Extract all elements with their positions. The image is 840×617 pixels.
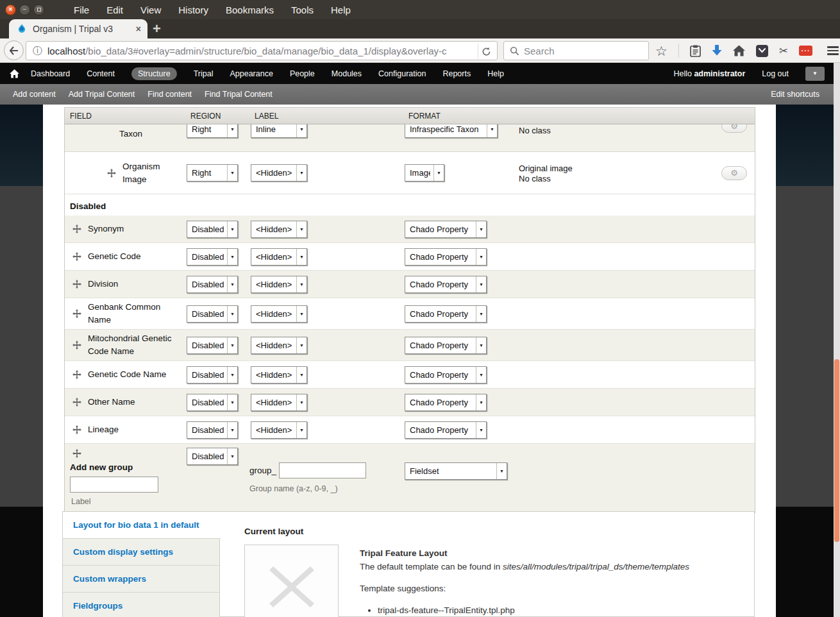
scrollbar-track[interactable] [834, 63, 840, 617]
format-select[interactable]: Image▼ [405, 164, 444, 182]
drag-handle-icon[interactable] [72, 252, 81, 261]
group-format-select[interactable]: Fieldset▼ [405, 462, 507, 480]
shortcut-find-content[interactable]: Find content [147, 90, 192, 99]
tab-fieldgroups[interactable]: Fieldgroups [63, 593, 219, 617]
tab-custom-wrappers[interactable]: Custom wrappers [63, 566, 219, 593]
browser-tab[interactable]: Organism | Tripal v3 × [9, 19, 147, 38]
drag-handle-icon[interactable] [72, 449, 185, 458]
admin-item-modules[interactable]: Modules [332, 69, 362, 78]
menu-help[interactable]: Help [331, 4, 351, 15]
drag-handle-icon[interactable] [72, 370, 81, 379]
new-tab-button[interactable]: + [153, 21, 161, 37]
region-select[interactable]: Disabled▼ [187, 421, 238, 439]
search-bar[interactable] [503, 41, 649, 60]
search-input[interactable] [524, 46, 633, 56]
window-maximize-button[interactable] [33, 4, 44, 15]
shortcut-find-tripal-content[interactable]: Find Tripal Content [205, 90, 273, 99]
window-close-button[interactable]: × [5, 4, 16, 15]
admin-item-reports[interactable]: Reports [442, 69, 471, 78]
window-minimize-button[interactable]: − [19, 4, 30, 15]
format-select[interactable]: Chado Property▼ [405, 221, 487, 238]
admin-item-help[interactable]: Help [487, 69, 504, 78]
drag-handle-icon[interactable] [72, 224, 81, 233]
label-select[interactable]: <Hidden>▼ [251, 221, 307, 238]
tab-close-icon[interactable]: × [136, 24, 141, 34]
back-button[interactable] [4, 40, 24, 60]
region-select[interactable]: Disabled▼ [187, 221, 238, 238]
drag-handle-icon[interactable] [72, 425, 81, 434]
drag-handle-icon[interactable] [72, 280, 81, 289]
label-select[interactable]: <Hidden>▼ [251, 421, 307, 439]
region-select[interactable]: Disabled▼ [187, 276, 238, 293]
admin-item-dashboard[interactable]: Dashboard [31, 69, 70, 78]
admin-item-tripal[interactable]: Tripal [194, 69, 214, 78]
home-icon[interactable] [733, 45, 745, 56]
admin-logout-link[interactable]: Log out [762, 69, 789, 78]
admin-item-content[interactable]: Content [87, 69, 115, 78]
field-label: Organism Image [122, 160, 183, 186]
group-label-input[interactable] [70, 477, 158, 493]
format-select[interactable]: Chado Property▼ [405, 337, 487, 354]
region-select[interactable]: Right▼ [187, 124, 238, 138]
field-label: Lineage [88, 423, 119, 436]
pocket-icon[interactable] [756, 45, 768, 57]
admin-item-appearance[interactable]: Appearance [230, 69, 273, 78]
browser-menu-icon[interactable] [827, 46, 839, 55]
scrollbar-thumb[interactable] [834, 359, 839, 542]
label-select[interactable]: <Hidden>▼ [251, 276, 307, 293]
field-label: Genetic Code Name [88, 368, 166, 381]
menu-file[interactable]: File [74, 4, 89, 15]
edit-shortcuts-link[interactable]: Edit shortcuts [771, 90, 819, 99]
shortcut-add-tripal-content[interactable]: Add Tripal Content [69, 90, 135, 99]
region-select[interactable]: Disabled▼ [187, 394, 238, 411]
bookmark-star-icon[interactable]: ☆ [655, 44, 668, 58]
drag-handle-icon[interactable] [72, 309, 81, 318]
format-select[interactable]: Infraspecific Taxon▼ [405, 124, 498, 138]
format-select[interactable]: Chado Property▼ [405, 305, 487, 323]
menu-view[interactable]: View [140, 4, 161, 15]
extension-badge-icon[interactable]: ··· [799, 46, 812, 56]
region-select[interactable]: Disabled▼ [187, 366, 238, 384]
format-select[interactable]: Chado Property▼ [405, 276, 487, 293]
downloads-icon[interactable] [712, 45, 722, 57]
drag-handle-icon[interactable] [72, 398, 81, 407]
format-select[interactable]: Chado Property▼ [405, 248, 487, 266]
menu-history[interactable]: History [178, 4, 208, 15]
menu-tools[interactable]: Tools [291, 4, 314, 15]
toolbar-toggle-button[interactable]: ▼ [805, 67, 825, 81]
screenshot-scissors-icon[interactable]: ✂ [779, 44, 788, 58]
format-select[interactable]: Chado Property▼ [405, 394, 487, 411]
label-select[interactable]: <Hidden>▼ [251, 248, 307, 266]
menu-edit[interactable]: Edit [106, 4, 123, 15]
url-bar[interactable]: ⓘ localhost/bio_data/3#overlay=admin/str… [26, 41, 498, 60]
admin-item-people[interactable]: People [290, 69, 315, 78]
region-select[interactable]: Disabled▼ [187, 337, 238, 354]
region-select[interactable]: Disabled▼ [187, 448, 238, 465]
group-name-input[interactable] [279, 462, 366, 478]
drag-handle-icon[interactable] [72, 341, 81, 350]
label-select[interactable]: <Hidden>▼ [251, 394, 307, 411]
drag-handle-icon[interactable] [107, 169, 116, 178]
format-select[interactable]: Chado Property▼ [405, 366, 487, 384]
site-info-icon[interactable]: ⓘ [33, 45, 42, 57]
region-select[interactable]: Disabled▼ [187, 248, 238, 266]
menu-bookmarks[interactable]: Bookmarks [226, 4, 274, 15]
format-select[interactable]: Chado Property▼ [405, 421, 487, 439]
admin-item-configuration[interactable]: Configuration [378, 69, 426, 78]
label-select[interactable]: <Hidden>▼ [251, 366, 307, 384]
region-select[interactable]: Right▼ [187, 164, 238, 182]
admin-home-icon[interactable] [10, 69, 19, 78]
label-select[interactable]: <Hidden>▼ [251, 305, 307, 323]
tab-layout-for-bio-data[interactable]: Layout for bio data 1 in default [63, 512, 221, 539]
region-select[interactable]: Disabled▼ [187, 305, 238, 323]
label-select[interactable]: <Hidden>▼ [251, 337, 307, 354]
tab-custom-display-settings[interactable]: Custom display settings [63, 539, 219, 566]
label-select[interactable]: <Hidden>▼ [251, 164, 307, 182]
format-settings-gear-button[interactable]: ⚙ [721, 124, 747, 133]
label-select[interactable]: Inline▼ [251, 124, 307, 138]
bookmarks-menu-icon[interactable] [690, 45, 701, 57]
format-settings-gear-button[interactable]: ⚙ [721, 166, 747, 180]
reload-button[interactable] [478, 44, 494, 59]
shortcut-add-content[interactable]: Add content [13, 90, 56, 99]
admin-item-structure[interactable]: Structure [131, 67, 177, 80]
